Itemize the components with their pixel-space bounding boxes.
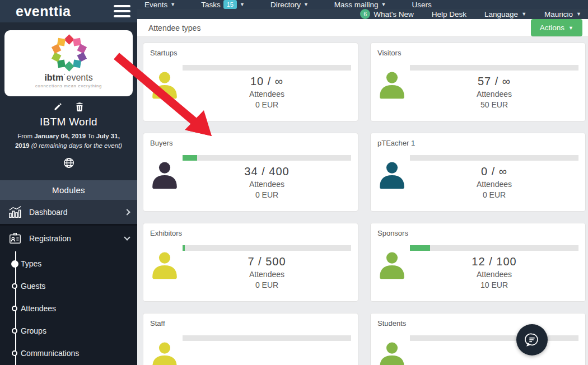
caret-down-icon: ▼ — [240, 2, 245, 7]
attendee-count: 10 / ∞ — [183, 75, 351, 88]
ibtm-tagline: connections mean everything — [4, 83, 133, 88]
attendee-type-cards: Startups 10 / ∞ Attendees 0 EUR Visitors — [137, 37, 588, 365]
actions-button[interactable]: Actions▼ — [531, 19, 582, 36]
submenu-item-guests[interactable]: Guests — [0, 275, 137, 297]
whats-new-link[interactable]: 6 What's New — [360, 9, 414, 19]
attendee-type-card-exhibitors[interactable]: Exhibitors 7 / 500 Attendees 0 EUR — [143, 223, 358, 302]
event-dates: From January 04, 2019 To July 31, 2019 (… — [10, 132, 127, 150]
submenu-bullet-icon — [11, 260, 18, 268]
caret-down-icon: ▼ — [576, 11, 581, 17]
price-label: 0 EUR — [183, 100, 351, 109]
person-icon — [377, 251, 407, 280]
sidebar: eventtia ibtm˙events connections mean ev… — [0, 0, 137, 365]
progress-bar — [410, 65, 578, 71]
top-navigation: Events ▼ Tasks 15▼ Directory ▼ Mass mail… — [137, 0, 588, 9]
progress-bar — [410, 155, 578, 161]
attendee-count: 57 / ∞ — [410, 75, 578, 88]
attendee-count: 34 / 400 — [183, 165, 351, 178]
person-icon — [377, 161, 407, 190]
ibtm-logo-text: ibtm˙events — [4, 73, 133, 83]
person-icon — [377, 341, 407, 365]
person-icon — [377, 71, 407, 100]
event-panel: ibtm˙events connections mean everything … — [0, 22, 137, 180]
nav-item-events[interactable]: Events ▼ — [144, 1, 175, 9]
nav-item-directory[interactable]: Directory ▼ — [270, 1, 309, 9]
attendee-type-card-staff[interactable]: Staff — [143, 313, 358, 365]
submenu-item-types[interactable]: Types — [0, 252, 137, 275]
card-title: Visitors — [377, 49, 578, 57]
person-icon — [150, 251, 179, 280]
nav-item-users[interactable]: Users — [412, 1, 432, 9]
caret-down-icon: ▼ — [170, 2, 175, 7]
hamburger-menu-icon[interactable] — [114, 5, 130, 17]
submenu-bullet-icon — [12, 306, 17, 311]
attendee-type-card-pteacher-1[interactable]: pTEacher 1 0 / ∞ Attendees 0 EUR — [370, 133, 586, 212]
sidebar-item-dashboard[interactable]: Dashboard — [0, 200, 137, 226]
card-title: pTEacher 1 — [377, 139, 578, 147]
attendees-label: Attendees — [410, 270, 578, 279]
card-title: Buyers — [150, 139, 351, 147]
caret-down-icon: ▼ — [521, 11, 526, 17]
attendees-label: Attendees — [410, 180, 578, 189]
event-logo-card: ibtm˙events connections mean everything — [4, 30, 133, 96]
person-icon — [150, 71, 179, 100]
attendees-label: Attendees — [410, 90, 578, 99]
submenu-item-attendees[interactable]: Attendees — [0, 297, 137, 320]
brand-bar: eventtia — [0, 0, 137, 22]
event-name: IBTM World — [4, 116, 133, 128]
whats-new-badge: 6 — [360, 9, 370, 19]
progress-bar — [410, 335, 578, 341]
caret-down-icon: ▼ — [568, 25, 573, 31]
attendee-type-card-students[interactable]: Students — [370, 313, 586, 365]
nav-item-mass-mailing[interactable]: Mass mailing ▼ — [334, 1, 386, 9]
attendee-type-card-visitors[interactable]: Visitors 57 / ∞ Attendees 50 EUR — [370, 43, 586, 121]
registration-submenu: Types Guests Attendees Groups Communicat… — [0, 251, 137, 365]
submenu-item-groups[interactable]: Groups — [0, 320, 137, 342]
modules-menu: Dashboard Registration Types Guests — [0, 200, 137, 365]
card-title: Students — [377, 319, 578, 327]
card-title: Staff — [150, 319, 351, 327]
page-title: Attendee types — [148, 24, 200, 32]
caret-down-icon: ▼ — [304, 2, 309, 7]
sidebar-item-registration[interactable]: Registration — [0, 226, 137, 251]
card-title: Exhibitors — [150, 229, 351, 237]
chevron-right-icon — [124, 209, 130, 215]
submenu-item-communications[interactable]: Communications — [0, 342, 137, 364]
progress-bar — [410, 245, 578, 251]
progress-bar — [183, 65, 351, 71]
chevron-down-icon — [124, 235, 130, 241]
language-menu[interactable]: Language▼ — [484, 10, 526, 18]
attendee-type-card-sponsors[interactable]: Sponsors 12 / 100 Attendees 10 EUR — [370, 223, 586, 302]
price-label: 0 EUR — [410, 190, 578, 199]
submenu-bullet-icon — [12, 350, 17, 356]
progress-bar — [183, 245, 351, 251]
tasks-count-badge: 15 — [223, 0, 237, 9]
price-label: 50 EUR — [410, 100, 578, 109]
progress-bar — [183, 155, 351, 161]
person-icon — [150, 161, 179, 190]
help-desk-link[interactable]: Help Desk — [432, 10, 466, 18]
price-label: 0 EUR — [183, 280, 351, 289]
attendee-count: 7 / 500 — [183, 255, 351, 268]
attendees-label: Attendees — [183, 90, 351, 99]
app-window: eventtia ibtm˙events connections mean ev… — [0, 0, 588, 365]
submenu-bullet-icon — [12, 328, 17, 334]
attendee-type-card-buyers[interactable]: Buyers 34 / 400 Attendees 0 EUR — [143, 133, 358, 212]
progress-fill — [410, 245, 430, 251]
nav-item-tasks[interactable]: Tasks 15▼ — [201, 0, 245, 9]
event-website-globe-icon[interactable] — [63, 157, 75, 169]
ibtm-logo-wreath — [51, 35, 87, 71]
attendee-type-card-startups[interactable]: Startups 10 / ∞ Attendees 0 EUR — [143, 43, 358, 121]
chat-bubble-icon — [524, 331, 540, 348]
attendee-count: 0 / ∞ — [410, 165, 578, 178]
card-title: Startups — [150, 49, 351, 57]
utility-navigation: 6 What's New Help Desk Language▼ Maurici… — [137, 9, 588, 19]
attendee-count: 12 / 100 — [410, 255, 578, 268]
progress-bar — [183, 335, 351, 341]
price-label: 0 EUR — [183, 190, 351, 199]
user-menu[interactable]: Mauricio▼ — [544, 10, 581, 18]
caret-down-icon: ▼ — [381, 2, 386, 7]
edit-pencil-icon[interactable] — [53, 102, 63, 111]
chat-widget-button[interactable] — [516, 324, 548, 355]
delete-trash-icon[interactable] — [75, 102, 84, 111]
